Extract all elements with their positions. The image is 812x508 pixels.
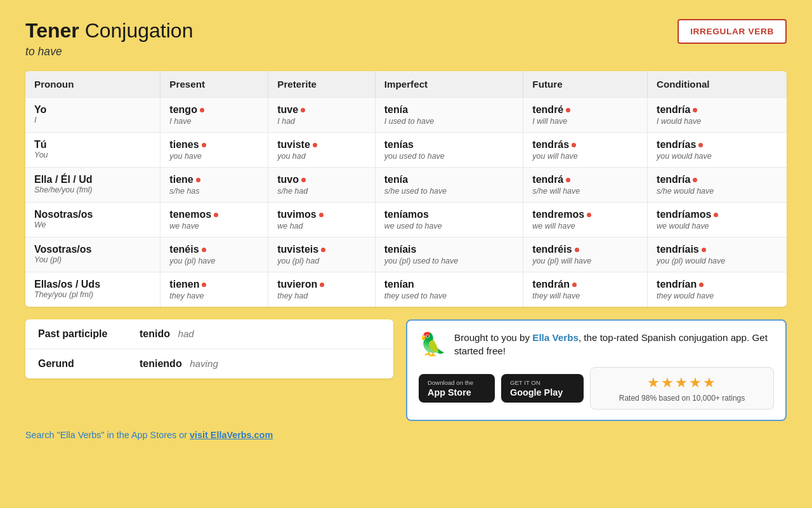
verb-form: tuvisteis — [277, 244, 366, 255]
table-cell: tiene s/he has — [160, 168, 268, 203]
table-cell: tendrán they will have — [523, 272, 648, 307]
table-cell: tengo I have — [160, 98, 268, 133]
irregular-dot — [572, 143, 576, 147]
conjugation-table: Pronoun Present Preterite Imperfect Futu… — [25, 71, 787, 307]
col-header-conditional: Conditional — [648, 71, 787, 98]
gerund-value: teniendo having — [140, 358, 218, 370]
verb-translation: we would have — [657, 222, 778, 231]
table-cell: tendremos we will have — [523, 203, 648, 237]
irregular-dot — [202, 248, 206, 252]
verb-translation: they used to have — [384, 291, 514, 300]
col-header-present: Present — [160, 71, 268, 98]
pronoun-main: Yo — [34, 104, 151, 116]
table-cell: tenéis you (pl) have — [160, 237, 268, 272]
verb-translation: s/he would have — [657, 187, 778, 196]
table-cell: YoI — [25, 98, 160, 133]
verb-translation: they would have — [657, 291, 778, 300]
past-participle-value: tenido had — [140, 328, 194, 340]
rating-box: ★★★★★ Rated 98% based on 10,000+ ratings — [590, 367, 774, 410]
table-cell: tenían they used to have — [375, 272, 523, 307]
verb-form: teníamos — [384, 209, 514, 220]
bottom-section: Past participle tenido had Gerund tenien… — [25, 319, 787, 421]
promo-box: 🦜 Brought to you by Ella Verbs, the top-… — [406, 319, 787, 421]
table-cell: Vosotras/osYou (pl) — [25, 237, 160, 272]
verb-form: tendremos — [532, 209, 638, 220]
table-cell: Ella / Él / UdShe/he/you (fml) — [25, 168, 160, 203]
table-cell: tendrías you would have — [648, 133, 787, 168]
irregular-dot — [572, 283, 577, 287]
irregular-dot — [301, 178, 306, 182]
verb-translation: you would have — [657, 152, 778, 161]
verb-form: tendría — [657, 104, 778, 116]
table-cell: tuvo s/he had — [268, 168, 376, 203]
ella-verbs-website-link[interactable]: visit EllaVerbs.com — [190, 430, 273, 440]
table-row: Ellas/os / UdsThey/you (pl fml)tienen th… — [25, 272, 787, 307]
verb-translation: you (pl) will have — [532, 257, 638, 265]
verb-translation: they will have — [532, 291, 638, 300]
google-play-small-text: GET IT ON — [510, 379, 540, 386]
verb-form: tendríais — [657, 244, 778, 255]
verb-translation: you had — [277, 152, 366, 161]
ella-verbs-link[interactable]: Ella Verbs — [532, 332, 579, 343]
verb-translation: we have — [169, 222, 259, 231]
pronoun-main: Ellas/os / Uds — [34, 279, 151, 290]
promo-text: Brought to you by Ella Verbs, the top-ra… — [454, 331, 774, 358]
verb-form: tendríamos — [657, 209, 778, 220]
pronoun-main: Tú — [34, 139, 151, 150]
table-cell: tendré I will have — [523, 98, 648, 133]
table-cell: tendríamos we would have — [648, 203, 787, 237]
rating-text: Rated 98% based on 10,000+ ratings — [599, 394, 764, 403]
irregular-dot — [702, 248, 706, 252]
col-header-future: Future — [523, 71, 648, 98]
verb-form: tienes — [169, 139, 259, 150]
past-participle-translation: had — [178, 328, 193, 339]
verb-form: tenía — [384, 174, 514, 185]
page-subtitle: to have — [25, 45, 193, 58]
table-cell: tendrá s/he will have — [523, 168, 648, 203]
table-cell: tuviste you had — [268, 133, 376, 168]
irregular-dot — [566, 178, 570, 182]
verb-translation: we had — [277, 222, 366, 231]
verb-form: tendrán — [532, 279, 638, 290]
table-cell: tuvisteis you (pl) had — [268, 237, 376, 272]
irregular-dot — [693, 108, 697, 112]
verb-form: tienen — [169, 279, 259, 290]
irregular-dot — [301, 108, 305, 112]
col-header-imperfect: Imperfect — [375, 71, 523, 98]
verb-translation: s/he had — [277, 187, 366, 196]
verb-translation: s/he will have — [532, 187, 638, 196]
verb-translation: you have — [169, 152, 259, 161]
table-cell: tendrás you will have — [523, 133, 648, 168]
verb-translation: I had — [277, 117, 366, 126]
irregular-dot — [214, 213, 218, 217]
gerund-translation: having — [190, 358, 218, 369]
verb-form: teníais — [384, 244, 514, 255]
verb-form: tendría — [657, 174, 778, 185]
gerund-label: Gerund — [38, 358, 140, 370]
verb-translation: I have — [169, 117, 259, 126]
app-store-button[interactable]: Download on the App Store — [419, 374, 495, 403]
table-cell: tuvieron they had — [268, 272, 376, 307]
verb-form: tenéis — [169, 244, 259, 255]
pronoun-sub: You (pl) — [34, 255, 151, 264]
irregular-dot — [202, 143, 206, 147]
table-cell: teníamos we used to have — [375, 203, 523, 237]
pronoun-main: Nosotras/os — [34, 209, 151, 220]
verb-translation: we will have — [532, 222, 638, 231]
irregular-dot — [566, 108, 570, 112]
pronoun-main: Vosotras/os — [34, 244, 151, 255]
verb-form: tenían — [384, 279, 514, 290]
table-cell: tendrían they would have — [648, 272, 787, 307]
google-play-button[interactable]: GET IT ON Google Play — [501, 374, 584, 403]
irregular-dot — [699, 283, 704, 287]
verb-form: tendréis — [532, 244, 638, 255]
verb-translation: s/he used to have — [384, 187, 514, 196]
irregular-dot — [202, 283, 206, 287]
app-icon: 🦜 — [419, 331, 447, 358]
table-row: YoItengo I havetuve I hadtenía I used to… — [25, 98, 787, 133]
title-block: Tener Conjugation to have — [25, 19, 193, 58]
verb-form: tendré — [532, 104, 638, 116]
verb-translation: I used to have — [384, 117, 514, 126]
table-cell: tuve I had — [268, 98, 376, 133]
verb-translation: you (pl) would have — [657, 257, 778, 265]
